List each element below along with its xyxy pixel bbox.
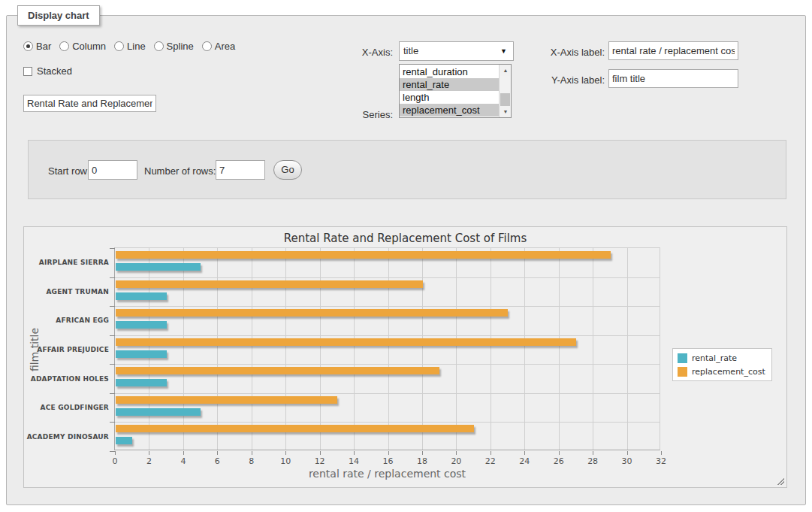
x-tick xyxy=(320,451,321,455)
y-tick xyxy=(110,306,115,307)
x-tick xyxy=(422,451,423,455)
legend-swatch-icon xyxy=(678,353,687,363)
x-tick-label: 10 xyxy=(274,456,297,466)
chevron-down-icon: ▼ xyxy=(500,42,507,61)
bar-rental-rate xyxy=(116,379,167,386)
number-of-rows-label: Number of rows: xyxy=(144,165,216,177)
series-list-label: Series: xyxy=(346,109,393,120)
legend-swatch-icon xyxy=(678,367,687,377)
x-axis-label-input[interactable] xyxy=(608,41,738,60)
x-tick-label: 30 xyxy=(616,456,638,466)
go-button[interactable]: Go xyxy=(273,160,302,180)
gridline xyxy=(115,422,660,423)
gridline xyxy=(422,248,423,450)
radio-bar[interactable]: Bar xyxy=(23,41,51,52)
series-option-length[interactable]: length xyxy=(400,91,499,104)
gridline xyxy=(627,248,628,450)
bar-replacement-cost xyxy=(116,425,474,432)
start-row-input[interactable] xyxy=(88,160,137,180)
gridline xyxy=(217,248,218,450)
y-tick xyxy=(110,364,115,365)
series-multiselect[interactable]: rental_durationrental_ratelengthreplacem… xyxy=(399,64,512,118)
gridline xyxy=(491,248,491,450)
x-tick-label: 18 xyxy=(411,456,433,466)
series-scrollbar[interactable]: ▲ ▼ xyxy=(499,65,511,117)
radio-icon[interactable] xyxy=(202,41,212,51)
radio-area[interactable]: Area xyxy=(202,41,235,52)
gridline xyxy=(115,277,660,278)
chart-type-radio-group: BarColumnLineSplineArea xyxy=(23,41,243,53)
bar-replacement-cost xyxy=(116,309,508,317)
radio-selected-icon[interactable] xyxy=(23,41,33,51)
x-tick xyxy=(661,451,662,455)
category-label: ADAPTATION HOLES xyxy=(25,375,109,383)
scroll-up-icon[interactable]: ▲ xyxy=(500,65,512,76)
gridline xyxy=(115,306,660,307)
series-option-replacement_cost[interactable]: replacement_cost xyxy=(400,104,499,117)
gridline xyxy=(524,248,525,450)
y-tick xyxy=(110,393,115,394)
x-axis-selected-value: title xyxy=(403,45,418,56)
chart-title-input[interactable] xyxy=(23,95,156,112)
radio-icon[interactable] xyxy=(114,41,124,51)
category-label: AFFAIR PREJUDICE xyxy=(25,346,109,353)
x-tick xyxy=(388,451,389,455)
gridline xyxy=(149,248,149,450)
display-chart-panel: Display chart BarColumnLineSplineArea St… xyxy=(6,15,806,505)
y-tick xyxy=(110,451,115,452)
chart-x-axis-title: rental rate / replacement cost xyxy=(114,468,660,480)
radio-line[interactable]: Line xyxy=(114,41,146,52)
bar-replacement-cost xyxy=(116,396,337,404)
stacked-checkbox[interactable] xyxy=(23,67,32,76)
x-tick-label: 12 xyxy=(309,456,331,466)
bar-rental-rate xyxy=(116,408,201,416)
radio-label: Bar xyxy=(36,41,51,52)
radio-label: Line xyxy=(127,41,146,52)
bar-replacement-cost xyxy=(116,280,423,288)
radio-label: Spline xyxy=(167,41,194,52)
x-tick-label: 32 xyxy=(650,456,672,466)
bar-rental-rate xyxy=(116,437,132,444)
radio-column[interactable]: Column xyxy=(59,41,106,52)
gridline xyxy=(115,335,660,336)
scroll-down-icon[interactable]: ▼ xyxy=(500,106,512,117)
x-axis-select[interactable]: title ▼ xyxy=(399,41,514,61)
bar-rental-rate xyxy=(116,321,167,329)
x-tick xyxy=(285,451,286,455)
x-tick xyxy=(252,451,252,455)
number-of-rows-input[interactable] xyxy=(216,160,265,180)
category-label: AIRPLANE SIERRA xyxy=(25,259,109,266)
x-tick xyxy=(524,451,525,455)
radio-label: Area xyxy=(215,41,235,52)
gridline xyxy=(285,248,286,450)
bar-rental-rate xyxy=(116,350,167,358)
legend-entry-replacement_cost: replacement_cost xyxy=(678,367,765,377)
x-tick-label: 16 xyxy=(377,456,400,466)
bar-replacement-cost xyxy=(116,251,611,259)
x-tick xyxy=(627,451,628,455)
resize-grip-icon[interactable] xyxy=(776,477,784,485)
x-tick-label: 14 xyxy=(343,456,365,466)
bar-rental-rate xyxy=(116,263,201,271)
x-tick xyxy=(593,451,593,455)
plot-area: 02468101214161820222426283032AIRPLANE SI… xyxy=(114,247,660,450)
radio-icon[interactable] xyxy=(154,41,164,51)
row-range-box: Start row: Number of rows: Go xyxy=(28,140,786,199)
x-tick xyxy=(149,451,149,455)
radio-spline[interactable]: Spline xyxy=(154,41,194,52)
category-label: ACADEMY DINOSAUR xyxy=(25,433,109,441)
y-axis-label-input[interactable] xyxy=(608,69,738,88)
x-tick xyxy=(115,451,116,455)
series-option-rental_duration[interactable]: rental_duration xyxy=(400,65,499,78)
gridline xyxy=(115,364,660,365)
category-label: ACE GOLDFINGER xyxy=(25,404,109,411)
start-row-label: Start row: xyxy=(48,165,90,177)
y-tick xyxy=(110,422,115,423)
legend-label: rental_rate xyxy=(692,353,737,363)
x-tick-label: 22 xyxy=(479,456,502,466)
series-option-rental_rate[interactable]: rental_rate xyxy=(400,78,499,91)
gridline xyxy=(115,393,660,394)
x-tick-label: 28 xyxy=(581,456,604,466)
gridline xyxy=(183,248,184,450)
radio-icon[interactable] xyxy=(59,41,69,51)
